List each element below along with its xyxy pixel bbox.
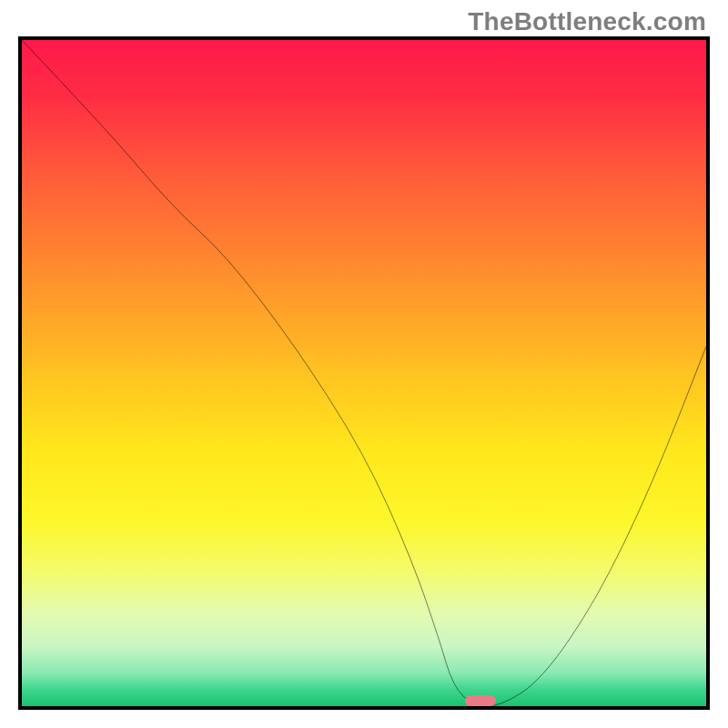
watermark-text: TheBottleneck.com [468,7,706,36]
plot-area [18,36,710,710]
bottleneck-curve [22,40,706,706]
optimum-marker [465,695,496,706]
chart-container: TheBottleneck.com [0,0,728,728]
curve-svg [22,40,706,706]
